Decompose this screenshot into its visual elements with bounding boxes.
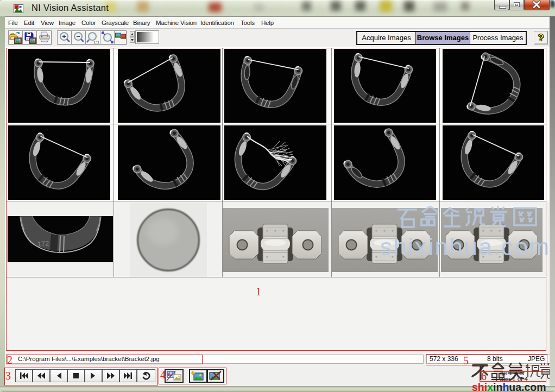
svg-text:1:1: 1:1: [93, 40, 100, 45]
